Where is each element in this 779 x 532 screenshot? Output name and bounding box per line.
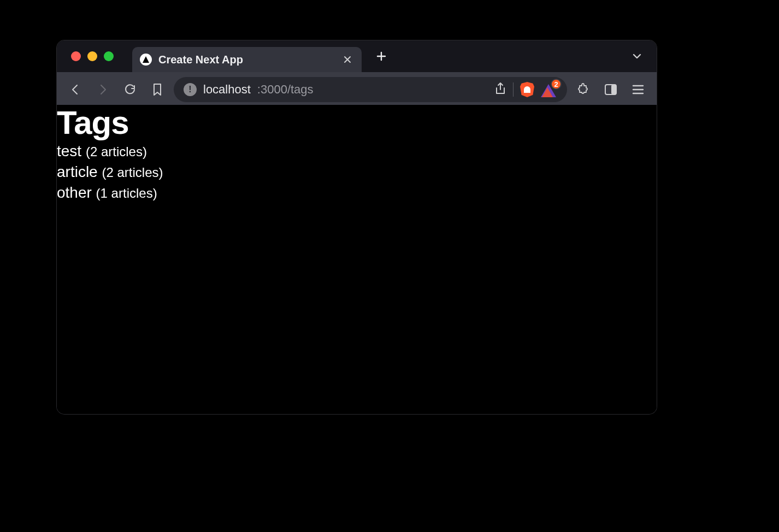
page-heading: Tags — [57, 105, 657, 141]
tag-name: article — [57, 163, 98, 180]
page-viewport: Tags test (2 articles) article (2 articl… — [57, 105, 657, 412]
tab-title: Create Next App — [158, 54, 334, 66]
tab-overflow-button[interactable] — [626, 45, 648, 67]
window-close-button[interactable] — [71, 51, 81, 61]
app-menu-button[interactable] — [627, 79, 649, 101]
window-controls — [71, 51, 114, 61]
tag-link[interactable]: article (2 articles) — [57, 162, 657, 182]
tag-count: (1 articles) — [96, 186, 157, 200]
reload-button[interactable] — [119, 79, 141, 101]
nav-back-button[interactable] — [64, 79, 86, 101]
brave-rewards-icon[interactable]: 2 — [541, 82, 557, 97]
browser-tab[interactable]: Create Next App — [132, 47, 362, 72]
tag-count: (2 articles) — [86, 144, 147, 159]
svg-marker-0 — [143, 56, 149, 63]
brave-shields-icon[interactable] — [520, 82, 534, 97]
nav-forward-button[interactable] — [92, 79, 114, 101]
tag-link[interactable]: test (2 articles) — [57, 141, 657, 162]
svg-rect-2 — [611, 85, 616, 94]
sidebar-toggle-button[interactable] — [600, 79, 622, 101]
url-host: localhost — [203, 82, 251, 97]
extensions-button[interactable] — [573, 79, 594, 101]
site-info-icon[interactable]: ! — [184, 83, 197, 96]
tag-name: test — [57, 143, 81, 159]
share-button[interactable] — [494, 82, 506, 97]
tag-name: other — [57, 184, 92, 201]
browser-window: Create Next App ! localhost:3000/t — [57, 40, 657, 414]
rewards-badge: 2 — [551, 79, 562, 90]
bookmark-button[interactable] — [146, 79, 168, 101]
address-bar[interactable]: ! localhost:3000/tags 2 — [174, 77, 567, 102]
tag-count: (2 articles) — [102, 165, 163, 180]
tab-close-button[interactable] — [341, 53, 354, 66]
favicon-vercel-icon — [140, 54, 152, 66]
window-zoom-button[interactable] — [104, 51, 114, 61]
toolbar-divider — [513, 82, 514, 97]
browser-toolbar: ! localhost:3000/tags 2 — [57, 72, 657, 107]
tag-link[interactable]: other (1 articles) — [57, 182, 657, 203]
tab-strip: Create Next App — [57, 40, 657, 72]
new-tab-button[interactable] — [370, 45, 392, 67]
window-minimize-button[interactable] — [87, 51, 97, 61]
url-path: :3000/tags — [257, 82, 314, 97]
